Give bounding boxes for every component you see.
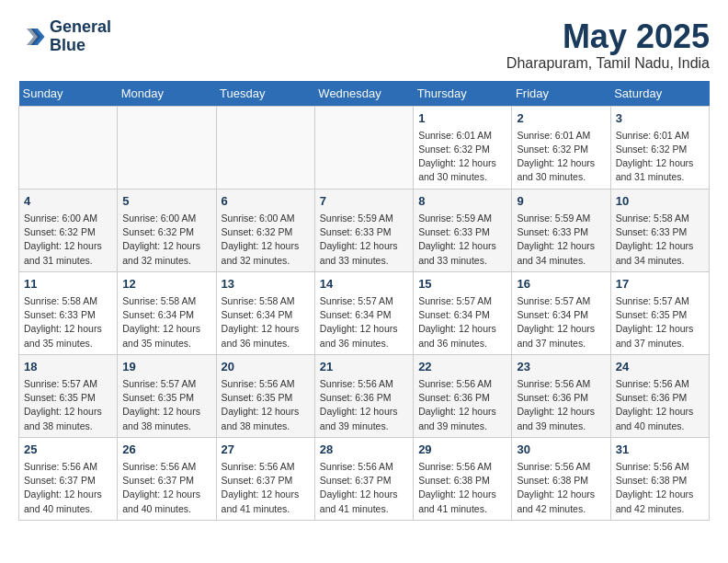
day-of-week-header: Friday [512, 81, 610, 107]
day-info: Sunrise: 5:59 AM Sunset: 6:33 PM Dayligh… [418, 212, 506, 268]
calendar-cell [216, 106, 314, 189]
header: General Blue May 2025 Dharapuram, Tamil … [18, 18, 710, 72]
calendar-cell: 31Sunrise: 5:56 AM Sunset: 6:38 PM Dayli… [610, 437, 709, 520]
logo-text: General Blue [50, 18, 111, 55]
calendar-cell: 4Sunrise: 6:00 AM Sunset: 6:32 PM Daylig… [19, 189, 118, 271]
calendar-cell [314, 106, 413, 189]
calendar-week-row: 1Sunrise: 6:01 AM Sunset: 6:32 PM Daylig… [19, 106, 710, 189]
calendar-cell: 19Sunrise: 5:57 AM Sunset: 6:35 PM Dayli… [118, 354, 216, 437]
day-number: 4 [24, 193, 112, 210]
calendar-cell: 7Sunrise: 5:59 AM Sunset: 6:33 PM Daylig… [314, 189, 413, 271]
calendar-cell: 9Sunrise: 5:59 AM Sunset: 6:33 PM Daylig… [512, 189, 610, 271]
day-number: 8 [418, 193, 506, 210]
day-number: 1 [418, 110, 506, 127]
day-info: Sunrise: 5:59 AM Sunset: 6:33 PM Dayligh… [320, 212, 408, 268]
day-of-week-header: Tuesday [216, 81, 314, 107]
day-info: Sunrise: 6:01 AM Sunset: 6:32 PM Dayligh… [418, 129, 506, 185]
day-number: 21 [320, 359, 408, 375]
day-number: 30 [517, 442, 605, 458]
day-info: Sunrise: 6:00 AM Sunset: 6:32 PM Dayligh… [24, 212, 112, 268]
day-number: 22 [418, 359, 506, 375]
calendar-cell: 28Sunrise: 5:56 AM Sunset: 6:37 PM Dayli… [314, 437, 413, 520]
calendar-cell: 6Sunrise: 6:00 AM Sunset: 6:32 PM Daylig… [216, 189, 314, 271]
day-number: 29 [418, 442, 506, 458]
day-number: 18 [24, 359, 112, 375]
calendar-cell: 26Sunrise: 5:56 AM Sunset: 6:37 PM Dayli… [118, 437, 216, 520]
day-number: 23 [517, 359, 605, 375]
day-number: 28 [320, 442, 408, 458]
calendar-cell: 20Sunrise: 5:56 AM Sunset: 6:35 PM Dayli… [216, 354, 314, 437]
calendar-cell: 25Sunrise: 5:56 AM Sunset: 6:37 PM Dayli… [19, 437, 118, 520]
subtitle: Dharapuram, Tamil Nadu, India [506, 55, 710, 72]
calendar-week-row: 4Sunrise: 6:00 AM Sunset: 6:32 PM Daylig… [19, 189, 710, 271]
day-of-week-header: Thursday [414, 81, 512, 107]
calendar-cell: 27Sunrise: 5:56 AM Sunset: 6:37 PM Dayli… [216, 437, 314, 520]
calendar-cell: 21Sunrise: 5:56 AM Sunset: 6:36 PM Dayli… [314, 354, 413, 437]
day-info: Sunrise: 5:58 AM Sunset: 6:34 PM Dayligh… [122, 294, 210, 350]
day-info: Sunrise: 6:00 AM Sunset: 6:32 PM Dayligh… [122, 212, 210, 268]
day-info: Sunrise: 5:56 AM Sunset: 6:35 PM Dayligh… [222, 377, 310, 433]
calendar-cell: 23Sunrise: 5:56 AM Sunset: 6:36 PM Dayli… [512, 354, 610, 437]
day-info: Sunrise: 5:57 AM Sunset: 6:35 PM Dayligh… [24, 377, 112, 433]
day-info: Sunrise: 5:56 AM Sunset: 6:36 PM Dayligh… [320, 377, 408, 433]
day-number: 10 [616, 193, 704, 210]
logo-line2: Blue [50, 37, 111, 55]
calendar-cell: 8Sunrise: 5:59 AM Sunset: 6:33 PM Daylig… [414, 189, 512, 271]
day-info: Sunrise: 6:01 AM Sunset: 6:32 PM Dayligh… [517, 129, 605, 185]
calendar-cell: 24Sunrise: 5:56 AM Sunset: 6:36 PM Dayli… [610, 354, 709, 437]
day-number: 17 [616, 276, 704, 293]
calendar-week-row: 18Sunrise: 5:57 AM Sunset: 6:35 PM Dayli… [19, 354, 710, 437]
day-info: Sunrise: 5:56 AM Sunset: 6:38 PM Dayligh… [517, 460, 605, 516]
logo-line1: General [50, 18, 111, 37]
calendar-cell [19, 106, 118, 189]
day-number: 7 [320, 193, 408, 210]
day-number: 25 [24, 442, 112, 458]
day-info: Sunrise: 5:57 AM Sunset: 6:34 PM Dayligh… [418, 294, 506, 350]
day-info: Sunrise: 5:56 AM Sunset: 6:37 PM Dayligh… [24, 460, 112, 516]
day-info: Sunrise: 5:58 AM Sunset: 6:34 PM Dayligh… [222, 294, 310, 350]
day-info: Sunrise: 5:58 AM Sunset: 6:33 PM Dayligh… [24, 294, 112, 350]
day-info: Sunrise: 6:00 AM Sunset: 6:32 PM Dayligh… [222, 212, 310, 268]
calendar-week-row: 25Sunrise: 5:56 AM Sunset: 6:37 PM Dayli… [19, 437, 710, 520]
calendar-header-row: SundayMondayTuesdayWednesdayThursdayFrid… [19, 81, 710, 107]
calendar-cell: 14Sunrise: 5:57 AM Sunset: 6:34 PM Dayli… [314, 271, 413, 354]
calendar-cell: 11Sunrise: 5:58 AM Sunset: 6:33 PM Dayli… [19, 271, 118, 354]
day-number: 24 [616, 359, 704, 375]
day-number: 11 [24, 276, 112, 293]
day-number: 3 [616, 110, 704, 127]
calendar-cell: 10Sunrise: 5:58 AM Sunset: 6:33 PM Dayli… [610, 189, 709, 271]
calendar-cell: 13Sunrise: 5:58 AM Sunset: 6:34 PM Dayli… [216, 271, 314, 354]
day-number: 13 [222, 276, 310, 293]
calendar-cell: 15Sunrise: 5:57 AM Sunset: 6:34 PM Dayli… [414, 271, 512, 354]
day-of-week-header: Wednesday [314, 81, 413, 107]
calendar-cell [118, 106, 216, 189]
calendar-cell: 12Sunrise: 5:58 AM Sunset: 6:34 PM Dayli… [118, 271, 216, 354]
day-number: 12 [122, 276, 210, 293]
day-of-week-header: Sunday [19, 81, 118, 107]
calendar-cell: 2Sunrise: 6:01 AM Sunset: 6:32 PM Daylig… [512, 106, 610, 189]
day-number: 5 [122, 193, 210, 210]
calendar-cell: 29Sunrise: 5:56 AM Sunset: 6:38 PM Dayli… [414, 437, 512, 520]
page-container: General Blue May 2025 Dharapuram, Tamil … [18, 18, 710, 521]
day-info: Sunrise: 5:57 AM Sunset: 6:35 PM Dayligh… [122, 377, 210, 433]
day-number: 14 [320, 276, 408, 293]
title-section: May 2025 Dharapuram, Tamil Nadu, India [506, 18, 710, 72]
day-info: Sunrise: 5:58 AM Sunset: 6:33 PM Dayligh… [616, 212, 704, 268]
calendar-cell: 1Sunrise: 6:01 AM Sunset: 6:32 PM Daylig… [414, 106, 512, 189]
calendar-cell: 18Sunrise: 5:57 AM Sunset: 6:35 PM Dayli… [19, 354, 118, 437]
day-number: 26 [122, 442, 210, 458]
calendar-cell: 17Sunrise: 5:57 AM Sunset: 6:35 PM Dayli… [610, 271, 709, 354]
day-number: 9 [517, 193, 605, 210]
calendar-cell: 22Sunrise: 5:56 AM Sunset: 6:36 PM Dayli… [414, 354, 512, 437]
day-info: Sunrise: 5:59 AM Sunset: 6:33 PM Dayligh… [517, 212, 605, 268]
day-info: Sunrise: 5:57 AM Sunset: 6:34 PM Dayligh… [320, 294, 408, 350]
day-info: Sunrise: 5:57 AM Sunset: 6:34 PM Dayligh… [517, 294, 605, 350]
day-number: 6 [222, 193, 310, 210]
calendar-table: SundayMondayTuesdayWednesdayThursdayFrid… [18, 81, 710, 521]
day-number: 15 [418, 276, 506, 293]
day-info: Sunrise: 5:56 AM Sunset: 6:37 PM Dayligh… [320, 460, 408, 516]
day-number: 2 [517, 110, 605, 127]
day-info: Sunrise: 5:56 AM Sunset: 6:37 PM Dayligh… [122, 460, 210, 516]
calendar-cell: 30Sunrise: 5:56 AM Sunset: 6:38 PM Dayli… [512, 437, 610, 520]
main-title: May 2025 [506, 18, 710, 55]
